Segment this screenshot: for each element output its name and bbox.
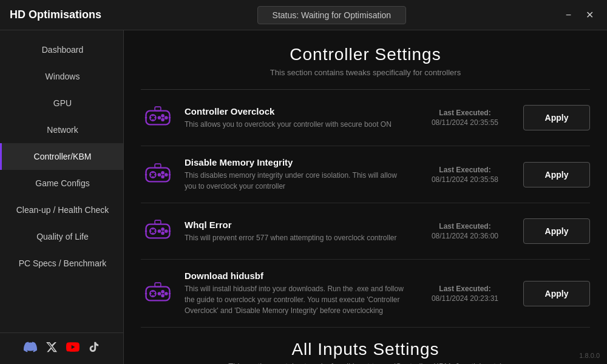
sidebar-footer xyxy=(0,332,123,364)
last-executed-label-0: Last Executed: xyxy=(416,109,514,117)
sidebar-item-pc-specs-benchmark[interactable]: PC Specs / Benchmark xyxy=(0,250,123,277)
apply-button-disable-memory-integrity[interactable]: Apply xyxy=(523,162,590,187)
svg-point-46 xyxy=(161,290,164,292)
sidebar-item-network[interactable]: Network xyxy=(0,116,123,143)
svg-point-49 xyxy=(158,292,160,294)
tweak-meta-whql-error: Last Executed: 08/11/2024 20:36:00 xyxy=(416,222,514,240)
youtube-icon[interactable] xyxy=(66,340,80,357)
sidebar-item-controller-kbm[interactable]: Controller/KBM xyxy=(0,143,123,170)
svg-point-7 xyxy=(165,116,168,119)
last-executed-label-2: Last Executed: xyxy=(416,222,514,231)
version-label: 1.8.0.0 xyxy=(579,352,600,359)
svg-point-48 xyxy=(161,294,164,297)
tweak-name-whql-error: Whql Error xyxy=(185,220,407,230)
svg-point-20 xyxy=(161,171,164,174)
disable-memory-integrity-icon xyxy=(141,158,175,192)
last-executed-label-3: Last Executed: xyxy=(416,285,514,293)
last-executed-label-1: Last Executed: xyxy=(416,166,514,174)
all-inputs-settings-title: All Inputs Settings xyxy=(141,340,590,359)
status-badge: Status: Waiting for Optimisation xyxy=(257,6,407,24)
last-executed-value-3: 08/11/2024 20:23:31 xyxy=(416,294,514,303)
app-title: HD Optimisations xyxy=(10,8,101,21)
sidebar-item-cleanup-health[interactable]: Clean-up / Health Check xyxy=(0,197,123,223)
title-bar: HD Optimisations Status: Waiting for Opt… xyxy=(0,0,607,30)
tweak-info-download-hidusbf: Download hidusbf This will install hidus… xyxy=(185,271,407,316)
svg-point-22 xyxy=(161,175,164,178)
discord-icon[interactable] xyxy=(24,340,37,357)
svg-point-47 xyxy=(165,292,168,294)
svg-point-6 xyxy=(161,115,164,117)
svg-point-36 xyxy=(158,230,160,232)
content-area: Controller Settings This section contain… xyxy=(124,30,607,364)
svg-point-21 xyxy=(165,173,168,175)
tweak-desc-disable-memory-integrity: This disables memory integrity under cor… xyxy=(185,170,407,192)
svg-point-35 xyxy=(161,232,164,234)
minimize-button[interactable]: − xyxy=(562,8,575,22)
tweak-name-disable-memory-integrity: Disable Memory Integrity xyxy=(185,157,407,167)
svg-point-34 xyxy=(165,230,168,232)
tweak-name-controller-overclock: Controller Overclock xyxy=(185,106,407,116)
last-executed-value-2: 08/11/2024 20:36:00 xyxy=(416,232,514,240)
tweak-info-disable-memory-integrity: Disable Memory Integrity This disables m… xyxy=(185,157,407,192)
main-layout: Dashboard Windows GPU Network Controller… xyxy=(0,30,607,364)
controller-overclock-icon xyxy=(141,101,175,135)
tweak-meta-controller-overclock: Last Executed: 08/11/2024 20:35:55 xyxy=(416,109,514,127)
sidebar-item-quality-of-life[interactable]: Quality of Life xyxy=(0,223,123,250)
apply-button-controller-overclock[interactable]: Apply xyxy=(523,105,590,130)
sidebar-item-windows[interactable]: Windows xyxy=(0,63,123,90)
tweak-row-download-hidusbf: Download hidusbf This will install hidus… xyxy=(141,260,590,328)
x-twitter-icon[interactable] xyxy=(46,341,58,356)
tweak-desc-controller-overclock: This allows you to overclock your contro… xyxy=(185,119,407,130)
svg-point-33 xyxy=(161,228,164,231)
download-hidusbf-icon xyxy=(141,277,175,311)
sidebar: Dashboard Windows GPU Network Controller… xyxy=(0,30,124,364)
tweak-row-whql-error: Whql Error This will prevent error 577 w… xyxy=(141,203,590,260)
controller-settings-subtitle: This section contains tweaks specificall… xyxy=(141,68,590,77)
tweak-row-disable-memory-integrity: Disable Memory Integrity This disables m… xyxy=(141,146,590,203)
last-executed-value-0: 08/11/2024 20:35:55 xyxy=(416,118,514,127)
all-inputs-settings-subtitle: This section contains tweaks for all inp… xyxy=(141,362,590,364)
tweak-info-whql-error: Whql Error This will prevent error 577 w… xyxy=(185,220,407,243)
last-executed-value-1: 08/11/2024 20:35:58 xyxy=(416,175,514,184)
tweak-row-controller-overclock: Controller Overclock This allows you to … xyxy=(141,90,590,146)
whql-error-icon xyxy=(141,214,175,248)
apply-button-whql-error[interactable]: Apply xyxy=(523,218,590,244)
apply-button-download-hidusbf[interactable]: Apply xyxy=(523,281,590,306)
window-controls: − ✕ xyxy=(562,8,597,22)
svg-point-23 xyxy=(158,173,160,175)
tweak-desc-whql-error: This will prevent error 577 when attempt… xyxy=(185,232,407,243)
tiktok-icon[interactable] xyxy=(88,341,100,356)
close-button[interactable]: ✕ xyxy=(582,8,597,22)
sidebar-item-gpu[interactable]: GPU xyxy=(0,90,123,116)
svg-point-8 xyxy=(161,118,164,121)
sidebar-item-dashboard[interactable]: Dashboard xyxy=(0,36,123,63)
tweak-info-controller-overclock: Controller Overclock This allows you to … xyxy=(185,106,407,130)
sidebar-item-game-configs[interactable]: Game Configs xyxy=(0,170,123,197)
tweak-meta-download-hidusbf: Last Executed: 08/11/2024 20:23:31 xyxy=(416,285,514,303)
svg-point-9 xyxy=(158,116,160,119)
tweak-name-download-hidusbf: Download hidusbf xyxy=(185,271,407,281)
tweak-meta-disable-memory-integrity: Last Executed: 08/11/2024 20:35:58 xyxy=(416,166,514,184)
tweak-desc-download-hidusbf: This will install hidusbf into your down… xyxy=(185,283,407,316)
controller-settings-title: Controller Settings xyxy=(141,45,590,64)
